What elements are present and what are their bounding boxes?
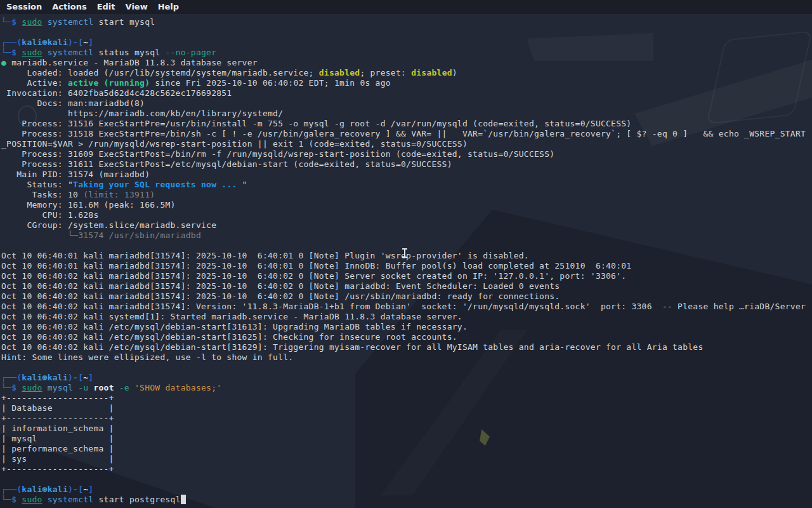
terminal-text: $ [11, 17, 22, 27]
terminal-text: systemctl [48, 48, 94, 57]
terminal-text: start postgresql [93, 495, 180, 504]
terminal-text: )-[ [68, 485, 83, 494]
terminal-text: Tasks: 10 [1, 190, 83, 199]
terminal-line: Oct 10 06:40:02 kali mariadbd[31574]: Ve… [1, 302, 806, 312]
terminal-text: | performance_schema | [1, 444, 114, 453]
terminal-line: ┌──(kali⊛kali)-[~] [1, 485, 806, 495]
terminal-text [73, 383, 78, 392]
terminal-text: $ [11, 495, 22, 504]
terminal-text: └─ [1, 383, 11, 392]
terminal-text: | information_schema | [1, 424, 114, 433]
terminal-line: Main PID: 31574 (mariadbd) [1, 170, 806, 180]
terminal-output[interactable]: └─$ sudo systemctl start mysql┌──(kali⊛k… [1, 17, 806, 505]
terminal-text: Oct 10 06:40:02 kali systemd[1]: Started… [1, 312, 462, 321]
menu-item-session[interactable]: Session [1, 0, 47, 14]
terminal-line [1, 27, 806, 37]
terminal-text: systemctl [48, 17, 94, 27]
ibeam-bottom-serif [402, 257, 407, 258]
terminal-line: └─$ sudo mysql -u root -e 'SHOW database… [1, 383, 806, 393]
terminal-text: Oct 10 06:40:02 kali mariadbd[31574]: 20… [1, 291, 560, 301]
terminal-text: Oct 10 06:40:02 kali /etc/mysql/debian-s… [1, 332, 457, 342]
terminal-text: status mysql [93, 48, 165, 57]
terminal-line: Process: 31518 ExecStartPre=/bin/sh -c [… [1, 129, 806, 139]
terminal-line: Hint: Some lines were ellipsized, use -l… [1, 352, 806, 363]
terminal-line: ● mariadb.service - MariaDB 11.8.3 datab… [1, 58, 806, 68]
terminal-line: ┌──(kali⊛kali)-[~] [1, 37, 806, 48]
terminal-text: sudo [22, 17, 42, 27]
terminal-line: Process: 31609 ExecStartPost=/bin/rm -f … [1, 149, 806, 159]
terminal-line: | Database | [1, 403, 806, 413]
terminal-line: CGroup: /system.slice/mariadb.service [1, 220, 806, 231]
terminal-text: Oct 10 06:40:02 kali mariadbd[31574]: 20… [1, 271, 626, 281]
terminal-text: ) [452, 68, 457, 77]
terminal-text: sudo [22, 48, 42, 57]
terminal-line: Oct 10 06:40:02 kali /etc/mysql/debian-s… [1, 342, 806, 352]
terminal-text: Process: 31518 ExecStartPre=/bin/sh -c [… [1, 129, 806, 138]
terminal-text: 'SHOW databases;' [134, 383, 221, 392]
terminal-text: --no-pager [165, 48, 216, 57]
menu-item-edit[interactable]: Edit [92, 0, 121, 14]
terminal-text: active (running) [68, 78, 150, 88]
terminal-line: _POSITION=$VAR > /run/mysqld/wsrep-start… [1, 139, 806, 149]
terminal-line: +--------------------+ [1, 413, 806, 424]
terminal-text: Oct 10 06:40:01 kali mariadbd[31574]: 20… [1, 261, 631, 271]
terminal-line: Process: 31516 ExecStartPre=/usr/bin/ins… [1, 119, 806, 129]
menu-item-actions[interactable]: Actions [47, 0, 91, 14]
menu-item-view[interactable]: View [121, 0, 153, 14]
terminal-text: | mysql | [1, 434, 114, 443]
terminal-text: ] [88, 373, 93, 382]
terminal-text: CPU: 1.628s [1, 210, 98, 220]
terminal-line: | information_schema | [1, 424, 806, 434]
terminal-line: Oct 10 06:40:02 kali systemd[1]: Started… [1, 312, 806, 322]
terminal-text: +--------------------+ [1, 413, 114, 423]
terminal-text: Oct 10 06:40:02 kali /etc/mysql/debian-s… [1, 322, 468, 331]
terminal-text: root [93, 383, 114, 392]
terminal-text: ] [88, 37, 93, 47]
terminal-text: ┌──( [1, 485, 22, 494]
terminal-text [43, 17, 48, 27]
terminal-text: Process: 31609 ExecStartPost=/bin/rm -f … [1, 149, 554, 159]
terminal-text: +--------------------+ [1, 393, 114, 403]
terminal-text [114, 383, 119, 392]
terminal-line: Status: "Taking your SQL requests now ..… [1, 180, 806, 190]
terminal-text: " [237, 180, 247, 189]
terminal-text-cursor [181, 495, 186, 504]
terminal-line: Oct 10 06:40:02 kali mariadbd[31574]: 20… [1, 281, 806, 291]
terminal-line: | mysql | [1, 434, 806, 444]
menu-bar: SessionActionsEditViewHelp [0, 0, 812, 14]
terminal-line: | performance_schema | [1, 444, 806, 454]
terminal-line [1, 474, 806, 485]
terminal-text: Invocation: 6402fba5d62d4c428c562ec17669… [1, 88, 232, 98]
terminal-text: Oct 10 06:40:01 kali mariadbd[31574]: 20… [1, 251, 529, 260]
terminal-text: Oct 10 06:40:02 kali mariadbd[31574]: 20… [1, 281, 560, 291]
terminal-line: └─31574 /usr/sbin/mariadbd [1, 231, 806, 241]
terminal-text: since Fri 2025-10-10 06:40:02 EDT; 1min … [150, 78, 391, 88]
terminal-line: Memory: 161.6M (peak: 166.5M) [1, 200, 806, 210]
terminal-text: | sys | [1, 454, 114, 464]
terminal-text: Loaded: loaded (/usr/lib/systemd/system/… [1, 68, 319, 77]
terminal-text: Process: 31516 ExecStartPre=/usr/bin/ins… [1, 119, 631, 128]
terminal-text: └─ [1, 48, 11, 57]
menu-item-help[interactable]: Help [153, 0, 184, 14]
terminal-text: mysql [48, 383, 73, 392]
terminal-text: Process: 31611 ExecStartPost=/etc/mysql/… [1, 159, 452, 169]
terminal-text: -e [119, 383, 129, 392]
terminal-text: Status: " [1, 180, 73, 189]
terminal-text: )-[ [68, 37, 83, 47]
terminal-text [129, 383, 134, 392]
terminal-text: | Database | [1, 403, 114, 413]
terminal-line: Oct 10 06:40:02 kali /etc/mysql/debian-s… [1, 332, 806, 342]
terminal-line: └─$ sudo systemctl start postgresql [1, 495, 806, 505]
terminal-text: ┌──( [1, 373, 22, 382]
terminal-text: Memory: 161.6M (peak: 166.5M) [1, 200, 176, 210]
terminal-text [43, 495, 48, 504]
mouse-cursor-ibeam [402, 248, 408, 258]
terminal-text: )-[ [68, 373, 83, 382]
terminal-text: ┌──( [1, 37, 22, 47]
terminal-text: -u [78, 383, 88, 392]
terminal-line: Oct 10 06:40:02 kali mariadbd[31574]: 20… [1, 271, 806, 281]
terminal-text: +--------------------+ [1, 464, 114, 474]
terminal-text: Taking your SQL requests now ... [73, 180, 237, 189]
terminal-line: https://mariadb.com/kb/en/library/system… [1, 109, 806, 119]
terminal-line [1, 363, 806, 373]
